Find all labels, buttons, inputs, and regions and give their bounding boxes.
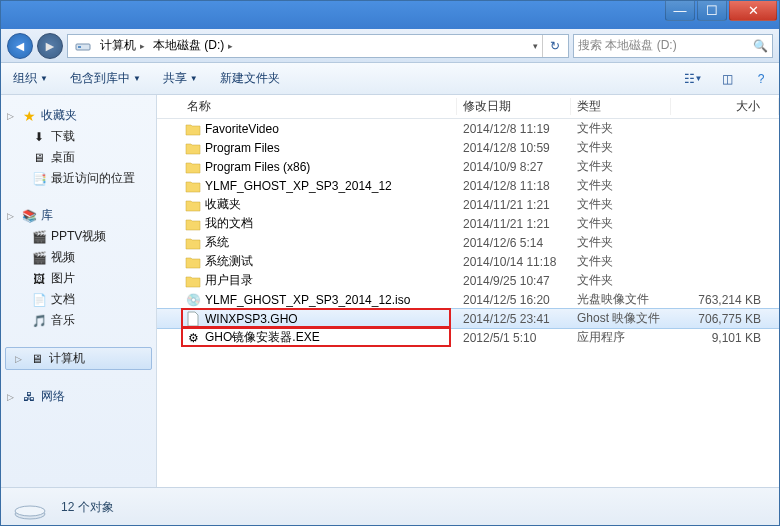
- file-type: 文件夹: [571, 272, 671, 289]
- libraries-header[interactable]: ▷📚库: [5, 205, 152, 226]
- desktop-icon: 🖥: [31, 150, 47, 166]
- sidebar-desktop[interactable]: 🖥桌面: [5, 147, 152, 168]
- file-type: 文件夹: [571, 120, 671, 137]
- document-icon: 📄: [31, 292, 47, 308]
- sidebar-pptv[interactable]: 🎬PPTV视频: [5, 226, 152, 247]
- file-icon: 💿: [185, 292, 201, 308]
- file-rows: FavoriteVideo2014/12/8 11:19文件夹Program F…: [157, 119, 779, 487]
- organize-button[interactable]: 组织▼: [9, 67, 52, 90]
- music-icon: 🎵: [31, 313, 47, 329]
- status-count: 12 个对象: [61, 499, 114, 516]
- title-bar: — ☐ ✕: [1, 1, 779, 29]
- file-row[interactable]: Program Files (x86)2014/10/9 8:27文件夹: [157, 157, 779, 176]
- file-row[interactable]: FavoriteVideo2014/12/8 11:19文件夹: [157, 119, 779, 138]
- file-date: 2014/12/6 5:14: [457, 236, 571, 250]
- sidebar-computer[interactable]: ▷🖥计算机: [5, 347, 152, 370]
- file-date: 2014/9/25 10:47: [457, 274, 571, 288]
- drive-large-icon: [13, 495, 47, 521]
- file-date: 2012/5/1 5:10: [457, 331, 571, 345]
- file-date: 2014/12/8 11:18: [457, 179, 571, 193]
- file-row[interactable]: 系统测试2014/10/14 11:18文件夹: [157, 252, 779, 271]
- help-button[interactable]: ?: [751, 69, 771, 89]
- network-icon: 🖧: [21, 389, 37, 405]
- breadcrumb-dropdown[interactable]: ▾: [527, 39, 542, 53]
- sidebar-videos[interactable]: 🎬视频: [5, 247, 152, 268]
- file-row[interactable]: 我的文档2014/11/21 1:21文件夹: [157, 214, 779, 233]
- breadcrumb-drive[interactable]: 本地磁盘 (D:)▸: [149, 35, 237, 56]
- sidebar-recent[interactable]: 📑最近访问的位置: [5, 168, 152, 189]
- share-button[interactable]: 共享▼: [159, 67, 202, 90]
- file-icon: [185, 197, 201, 213]
- view-button[interactable]: ☷▼: [683, 69, 703, 89]
- file-name: Program Files: [205, 141, 280, 155]
- file-name: FavoriteVideo: [205, 122, 279, 136]
- back-button[interactable]: ◄: [7, 33, 33, 59]
- address-bar: ◄ ► 计算机▸ 本地磁盘 (D:)▸ ▾ ↻ 搜索 本地磁盘 (D:) 🔍: [1, 29, 779, 63]
- file-type: Ghost 映像文件: [571, 310, 671, 327]
- refresh-button[interactable]: ↻: [542, 35, 566, 57]
- file-type: 文件夹: [571, 253, 671, 270]
- file-row[interactable]: Program Files2014/12/8 10:59文件夹: [157, 138, 779, 157]
- toolbar: 组织▼ 包含到库中▼ 共享▼ 新建文件夹 ☷▼ ◫ ?: [1, 63, 779, 95]
- search-input[interactable]: 搜索 本地磁盘 (D:) 🔍: [573, 34, 773, 58]
- column-type[interactable]: 类型: [571, 98, 671, 115]
- file-icon: [185, 159, 201, 175]
- sidebar-downloads[interactable]: ⬇下载: [5, 126, 152, 147]
- file-date: 2014/12/5 16:20: [457, 293, 571, 307]
- svg-rect-1: [78, 46, 81, 48]
- file-list-area: 名称 修改日期 类型 大小 FavoriteVideo2014/12/8 11:…: [157, 95, 779, 487]
- minimize-button[interactable]: —: [665, 1, 695, 21]
- file-icon: [185, 178, 201, 194]
- file-name: GHO镜像安装器.EXE: [205, 329, 320, 346]
- file-name: 用户目录: [205, 272, 253, 289]
- include-button[interactable]: 包含到库中▼: [66, 67, 145, 90]
- file-icon: [185, 216, 201, 232]
- sidebar-documents[interactable]: 📄文档: [5, 289, 152, 310]
- preview-pane-button[interactable]: ◫: [717, 69, 737, 89]
- video-icon: 🎬: [31, 250, 47, 266]
- file-type: 应用程序: [571, 329, 671, 346]
- maximize-button[interactable]: ☐: [697, 1, 727, 21]
- file-type: 文件夹: [571, 177, 671, 194]
- file-row[interactable]: ⚙GHO镜像安装器.EXE2012/5/1 5:10应用程序9,101 KB: [157, 328, 779, 347]
- forward-button[interactable]: ►: [37, 33, 63, 59]
- file-date: 2014/11/21 1:21: [457, 198, 571, 212]
- file-row[interactable]: WINXPSP3.GHO2014/12/5 23:41Ghost 映像文件706…: [157, 309, 779, 328]
- file-row[interactable]: YLMF_GHOST_XP_SP3_2014_122014/12/8 11:18…: [157, 176, 779, 195]
- breadcrumb-computer[interactable]: 计算机▸: [96, 35, 149, 56]
- file-icon: [185, 235, 201, 251]
- file-row[interactable]: 系统2014/12/6 5:14文件夹: [157, 233, 779, 252]
- file-size: 763,214 KB: [671, 293, 779, 307]
- file-date: 2014/11/21 1:21: [457, 217, 571, 231]
- file-size: 9,101 KB: [671, 331, 779, 345]
- close-button[interactable]: ✕: [729, 1, 777, 21]
- file-row[interactable]: 收藏夹2014/11/21 1:21文件夹: [157, 195, 779, 214]
- sidebar-music[interactable]: 🎵音乐: [5, 310, 152, 331]
- file-date: 2014/12/8 10:59: [457, 141, 571, 155]
- svg-point-3: [15, 506, 45, 516]
- file-date: 2014/10/9 8:27: [457, 160, 571, 174]
- search-icon: 🔍: [753, 39, 768, 53]
- column-date[interactable]: 修改日期: [457, 98, 571, 115]
- file-name: 收藏夹: [205, 196, 241, 213]
- library-icon: 📚: [21, 208, 37, 224]
- search-placeholder: 搜索 本地磁盘 (D:): [578, 37, 677, 54]
- file-type: 文件夹: [571, 139, 671, 156]
- sidebar-pictures[interactable]: 🖼图片: [5, 268, 152, 289]
- file-date: 2014/10/14 11:18: [457, 255, 571, 269]
- breadcrumb[interactable]: 计算机▸ 本地磁盘 (D:)▸ ▾ ↻: [67, 34, 569, 58]
- file-icon: [185, 140, 201, 156]
- navigation-pane: ▷★收藏夹 ⬇下载 🖥桌面 📑最近访问的位置 ▷📚库 🎬PPTV视频 🎬视频 🖼…: [1, 95, 157, 487]
- file-row[interactable]: 用户目录2014/9/25 10:47文件夹: [157, 271, 779, 290]
- sidebar-network[interactable]: ▷🖧网络: [5, 386, 152, 407]
- file-type: 光盘映像文件: [571, 291, 671, 308]
- favorites-header[interactable]: ▷★收藏夹: [5, 105, 152, 126]
- file-type: 文件夹: [571, 196, 671, 213]
- column-name[interactable]: 名称: [157, 98, 457, 115]
- file-name: WINXPSP3.GHO: [205, 312, 298, 326]
- file-type: 文件夹: [571, 234, 671, 251]
- newfolder-button[interactable]: 新建文件夹: [216, 67, 284, 90]
- column-size[interactable]: 大小: [671, 98, 779, 115]
- file-row[interactable]: 💿YLMF_GHOST_XP_SP3_2014_12.iso2014/12/5 …: [157, 290, 779, 309]
- column-headers: 名称 修改日期 类型 大小: [157, 95, 779, 119]
